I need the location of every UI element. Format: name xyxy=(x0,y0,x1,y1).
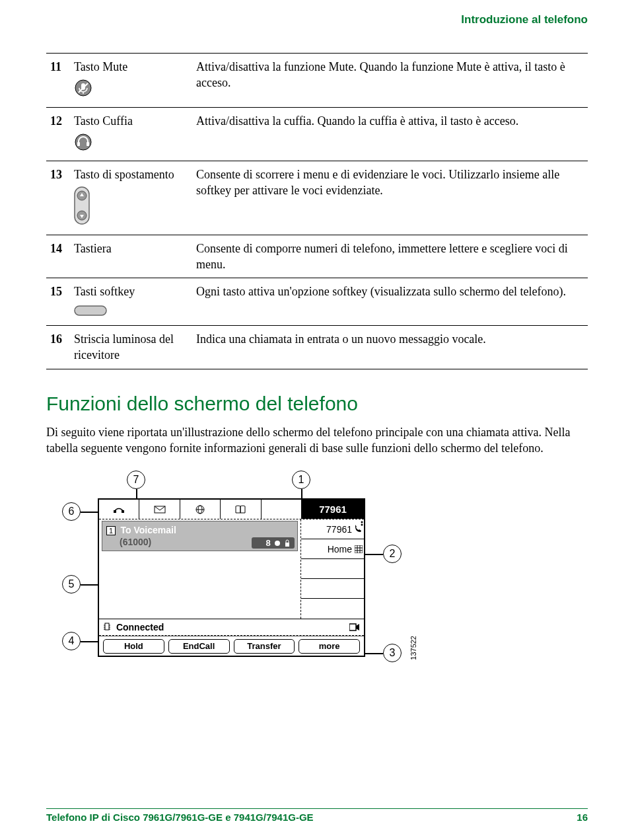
line-button: 77961 xyxy=(301,519,364,539)
svg-rect-29 xyxy=(349,624,356,630)
feature-name: Tasto Mute xyxy=(70,54,192,108)
softkey-transfer: Transfer xyxy=(234,639,295,654)
mail-tab-icon xyxy=(139,500,180,519)
feature-description: Attiva/disattiva la cuffia. Quando la cu… xyxy=(192,107,588,161)
svg-point-22 xyxy=(361,524,363,526)
feature-description: Consente di comporre numeri di telefono,… xyxy=(192,235,588,278)
feature-number: 15 xyxy=(46,278,70,326)
phone-tab-icon xyxy=(99,500,139,519)
feature-name: Tasto di spostamento xyxy=(70,161,192,235)
softkey-hold: Hold xyxy=(103,639,164,654)
footer-title: Telefono IP di Cisco 7961G/7961G-GE e 79… xyxy=(46,812,314,823)
status-text: Connected xyxy=(116,622,164,632)
navigation-icon xyxy=(74,186,188,229)
extension-label: 77961 xyxy=(301,500,364,519)
svg-point-19 xyxy=(275,541,280,546)
feature-name: Tasto Cuffia xyxy=(70,107,192,161)
svg-point-21 xyxy=(361,521,363,523)
callout-1: 1 xyxy=(292,471,310,489)
callout-5: 5 xyxy=(62,575,81,593)
feature-name: Striscia luminosa del ricevitore xyxy=(70,325,192,369)
feature-number: 11 xyxy=(46,54,70,108)
feature-description: Attiva/disattiva la funzione Mute. Quand… xyxy=(192,54,588,108)
svg-rect-20 xyxy=(285,543,289,547)
softkey-more: more xyxy=(299,639,360,654)
feature-description: Indica una chiamata in entrata o un nuov… xyxy=(192,325,588,369)
svg-rect-23 xyxy=(355,545,363,553)
video-icon xyxy=(349,623,360,631)
table-row: 14 Tastiera Consente di comporre numeri … xyxy=(46,235,588,278)
softkey-endcall: EndCall xyxy=(168,639,230,654)
svg-rect-13 xyxy=(114,510,116,513)
section-paragraph: Di seguito viene riportata un'illustrazi… xyxy=(46,424,588,457)
callout-6: 6 xyxy=(62,502,81,521)
svg-rect-12 xyxy=(75,306,106,315)
feature-description: Consente di scorrere i menu e di evidenz… xyxy=(192,161,588,235)
callout-3: 3 xyxy=(383,644,402,662)
mute-icon xyxy=(74,79,188,101)
running-header: Introduzione al telefono xyxy=(46,13,588,26)
page-footer: Telefono IP di Cisco 7961G/7961G-GE e 79… xyxy=(46,808,588,823)
footer-page-number: 16 xyxy=(577,812,588,823)
callout-2: 2 xyxy=(383,545,402,563)
phone-screen-diagram: 7 1 6 5 4 2 3 137522 77961 xyxy=(52,471,448,692)
book-tab-icon xyxy=(221,500,261,519)
callout-7: 7 xyxy=(127,471,145,489)
headset-icon xyxy=(74,133,188,155)
callout-4: 4 xyxy=(62,632,81,650)
call-duration-icon: 8 xyxy=(252,537,295,549)
table-row: 15 Tasti softkey Ogni tasto attiva un'op… xyxy=(46,278,588,326)
section-heading: Funzioni dello schermo del telefono xyxy=(46,393,588,415)
svg-rect-28 xyxy=(105,623,109,630)
table-row: 16 Striscia luminosa del ricevitore Indi… xyxy=(46,325,588,369)
table-row: 12 Tasto Cuffia Attiva/disattiva la cuff… xyxy=(46,107,588,161)
call-index: 1 xyxy=(106,526,116,535)
feature-number: 14 xyxy=(46,235,70,278)
globe-tab-icon xyxy=(180,500,221,519)
table-row: 13 Tasto di spostamento Consente di scor… xyxy=(46,161,588,235)
softkey-icon xyxy=(74,304,188,320)
feature-number: 13 xyxy=(46,161,70,235)
feature-name: Tasti softkey xyxy=(70,278,192,326)
feature-table: 11 Tasto Mute Attiva/disattiva la funzio… xyxy=(46,53,588,369)
status-bar: Connected xyxy=(99,619,364,636)
feature-description: Ogni tasto attiva un'opzione softkey (vi… xyxy=(192,278,588,326)
feature-number: 16 xyxy=(46,325,70,369)
call-title: To Voicemail xyxy=(121,525,176,535)
phone-screen-mock: 77961 1 To Voicemail (61000) 8 xyxy=(98,498,365,657)
feature-name: Tastiera xyxy=(70,235,192,278)
svg-rect-14 xyxy=(122,510,124,513)
figure-id: 137522 xyxy=(409,636,417,660)
svg-rect-5 xyxy=(77,142,80,146)
feature-number: 12 xyxy=(46,107,70,161)
svg-rect-6 xyxy=(87,142,89,146)
line-button: Home xyxy=(301,539,364,559)
call-item: 1 To Voicemail (61000) 8 xyxy=(102,521,298,551)
table-row: 11 Tasto Mute Attiva/disattiva la funzio… xyxy=(46,54,588,108)
